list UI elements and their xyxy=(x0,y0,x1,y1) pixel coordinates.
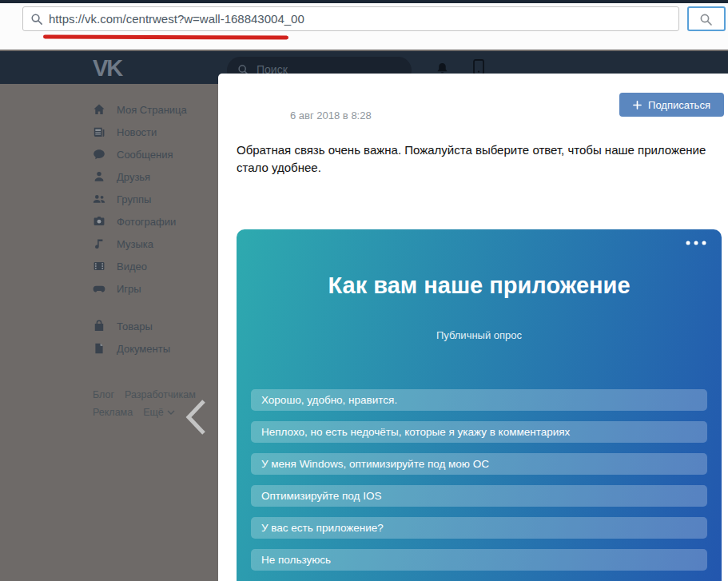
post-text: Обратная связь очень важна. Пожалуйста в… xyxy=(237,141,727,176)
music-icon xyxy=(93,237,105,250)
sidebar-item-label: Сообщения xyxy=(117,149,173,161)
sidebar-item[interactable]: Моя Страница xyxy=(93,98,221,121)
url-box xyxy=(22,6,679,31)
news-icon xyxy=(93,125,105,138)
sidebar-item-label: Документы xyxy=(117,343,170,355)
sidebar-item[interactable]: Музыка xyxy=(93,233,221,255)
chevron-down-icon xyxy=(167,410,175,415)
search-icon xyxy=(699,13,713,26)
chevron-left-icon[interactable] xyxy=(185,399,207,436)
sidebar-item-label: Фотографии xyxy=(117,216,176,228)
search-icon xyxy=(30,13,43,26)
poll-title: Как вам наше приложение xyxy=(237,273,722,299)
sidebar-item[interactable]: Фотографии xyxy=(93,210,221,233)
poll-option[interactable]: Не пользуюсь xyxy=(251,549,707,571)
sidebar-footer-links: Блог Разработчикам Реклама Ещё xyxy=(93,389,230,418)
sidebar-item-label: Новости xyxy=(117,126,157,138)
mobile-icon[interactable] xyxy=(473,59,484,75)
footer-link-blog[interactable]: Блог xyxy=(93,389,114,400)
poll-subtitle: Публичный опрос xyxy=(237,329,722,341)
vk-logo[interactable]: VK xyxy=(93,55,121,82)
sidebar-item[interactable]: Друзья xyxy=(93,165,221,188)
video-icon xyxy=(93,260,105,273)
sidebar-item[interactable]: Игры xyxy=(93,277,221,300)
subscribe-label: Подписаться xyxy=(648,99,710,111)
sidebar-item-label: Группы xyxy=(117,193,151,205)
messages-icon xyxy=(93,148,105,161)
post-modal: 6 авг 2018 в 8:28 Подписаться Обратная с… xyxy=(218,74,728,581)
sidebar-item[interactable]: Документы xyxy=(93,337,221,360)
camera-icon xyxy=(93,215,105,228)
market-icon xyxy=(93,320,105,332)
red-underline-annotation xyxy=(43,34,288,39)
subscribe-button[interactable]: Подписаться xyxy=(619,93,724,117)
poll-option[interactable]: Оптимизируйте под IOS xyxy=(251,485,707,507)
sidebar-item[interactable]: Новости xyxy=(93,121,221,143)
sidebar-nav: Моя Страница Новости Сообщения Друзья Гр… xyxy=(93,98,221,360)
sidebar-item-label: Музыка xyxy=(117,238,153,250)
browser-address-bar xyxy=(0,3,728,50)
poll-option[interactable]: Хорошо, удобно, нравится. xyxy=(251,389,707,411)
poll-option[interactable]: У меня Windows, оптимизируйте под мою ОС xyxy=(251,453,707,475)
post-date[interactable]: 6 авг 2018 в 8:28 xyxy=(290,109,372,121)
sidebar-item[interactable]: Товары xyxy=(93,315,221,337)
poll-option[interactable]: Неплохо, но есть недочёты, которые я ука… xyxy=(251,421,707,443)
sidebar-item-label: Моя Страница xyxy=(117,104,187,116)
sidebar-item-label: Товары xyxy=(117,320,153,332)
go-search-button[interactable] xyxy=(687,6,726,31)
home-icon xyxy=(93,103,105,116)
friend-icon xyxy=(93,170,105,183)
sidebar-item[interactable]: Видео xyxy=(93,255,221,277)
sidebar-item-label: Друзья xyxy=(117,171,150,183)
sidebar-item-label: Игры xyxy=(117,283,141,295)
games-icon xyxy=(93,282,105,295)
footer-link-ads[interactable]: Реклама xyxy=(93,407,133,418)
ellipsis-menu-icon[interactable] xyxy=(686,241,706,245)
footer-link-more-label: Ещё xyxy=(143,407,164,418)
groups-icon xyxy=(93,193,105,205)
url-input[interactable] xyxy=(49,7,672,30)
poll-card: Как вам наше приложение Публичный опрос … xyxy=(237,229,722,581)
sidebar-item[interactable]: Группы xyxy=(93,188,221,210)
poll-option[interactable]: У вас есть приложение? xyxy=(251,517,707,539)
sidebar-item-label: Видео xyxy=(117,261,147,273)
sidebar-item[interactable]: Сообщения xyxy=(93,143,221,165)
docs-icon xyxy=(93,342,105,355)
poll-options: Хорошо, удобно, нравится. Неплохо, но ес… xyxy=(251,389,707,581)
plus-icon xyxy=(633,101,642,109)
footer-link-more[interactable]: Ещё xyxy=(143,407,175,418)
